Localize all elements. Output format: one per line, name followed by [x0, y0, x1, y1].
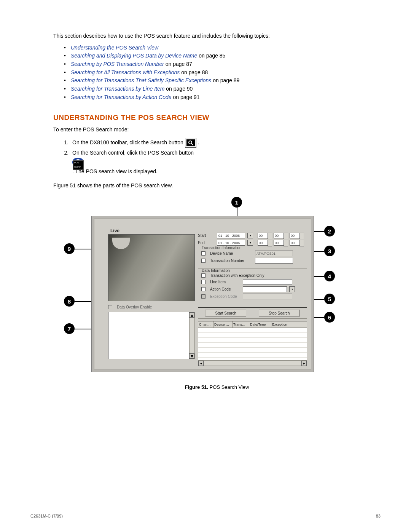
callout-6: 6	[324, 312, 335, 323]
table-row[interactable]	[198, 333, 307, 338]
line-item-row: Line Item	[201, 279, 304, 285]
search-buttons: Start Search Stop Search	[198, 307, 307, 319]
enter-mode-text: To enter the POS Search mode:	[53, 126, 381, 133]
topic-item: Searching for Transactions by Action Cod…	[64, 93, 381, 102]
topic-link[interactable]: Understanding the POS Search View	[71, 45, 158, 51]
topic-item: Searching and Displaying POS Data by Dev…	[64, 52, 381, 60]
step-text: On the Search control, click the POS Sea…	[72, 150, 194, 156]
checkbox-icon[interactable]	[201, 251, 206, 256]
end-date-field[interactable]: 01 - 10 - 2006	[217, 240, 245, 246]
col-datetime[interactable]: Date/Time	[249, 321, 271, 328]
table-row[interactable]	[198, 328, 307, 333]
intro-text: This section describes how to use the PO…	[53, 32, 381, 40]
table-row[interactable]	[198, 348, 307, 353]
video-preview	[108, 234, 195, 301]
pos-search-sublabel: POS search	[73, 160, 84, 170]
table-row[interactable]	[198, 343, 307, 348]
topic-item: Searching for Transactions by Line Item …	[64, 85, 381, 93]
start-ss[interactable]: 00	[290, 233, 300, 238]
scrollbar-horizontal[interactable]: ◂ ▸	[198, 360, 307, 366]
line-item-field[interactable]	[243, 279, 292, 285]
callout-1: 1	[231, 197, 242, 208]
topic-suffix: on page 85	[197, 53, 225, 59]
topic-link[interactable]: Searching for Transactions by Line Item	[71, 86, 164, 92]
results-grid: Chan… Device … Trans… Date/Time Exceptio…	[198, 321, 307, 366]
callout-7: 7	[64, 323, 75, 334]
overlay-label: Data Overlay Enable	[117, 305, 152, 309]
dropdown-icon[interactable]: ▾	[247, 240, 253, 246]
callout-8: 8	[64, 296, 75, 307]
end-row: End 01 - 10 - 2006 ▾ 00 00 00	[198, 240, 307, 246]
exception-only-label: Transaction with Exception Only	[210, 273, 264, 278]
right-panel: Start 01 - 10 - 2006 ▾ 00 00 00 End 01 -…	[198, 233, 307, 365]
end-mm[interactable]: 00	[274, 240, 284, 246]
checkbox-icon[interactable]	[201, 287, 206, 291]
topic-link[interactable]: Searching by POS Transaction Number	[71, 61, 164, 67]
end-label: End	[198, 241, 215, 245]
action-code-row: Action Code ▾	[201, 286, 304, 292]
dropdown-icon[interactable]: ▾	[247, 233, 253, 238]
start-date-field[interactable]: 01 - 10 - 2006	[217, 233, 245, 238]
start-search-button[interactable]: Start Search	[205, 310, 246, 316]
topic-item: Searching for All Transactions with Exce…	[64, 69, 381, 77]
step-item: On the DX8100 toolbar, click the Search …	[70, 137, 381, 148]
stop-search-button[interactable]: Stop Search	[259, 310, 300, 316]
figure-wrapper: 1 2 3 4 5 6 7 8 9 Live Data Overlay Enab…	[61, 197, 373, 380]
checkbox-icon[interactable]	[201, 273, 206, 278]
topic-suffix: on page 91	[172, 94, 200, 100]
scroll-up-icon[interactable]: ▴	[189, 312, 194, 318]
start-hh[interactable]: 00	[258, 233, 268, 238]
data-overlay-enable[interactable]: Data Overlay Enable	[108, 305, 152, 309]
topic-item: Understanding the POS Search View	[64, 44, 381, 52]
dropdown-icon[interactable]: ▾	[289, 286, 295, 292]
table-row[interactable]	[198, 353, 307, 358]
checkbox-icon[interactable]	[201, 280, 206, 284]
topic-item: Searching for Transactions That Satisfy …	[64, 77, 381, 85]
checkbox-icon[interactable]	[108, 305, 112, 309]
topic-link[interactable]: Searching for Transactions by Action Cod…	[71, 94, 172, 100]
scroll-left-icon[interactable]: ◂	[198, 361, 204, 366]
topic-link[interactable]: Searching and Displaying POS Data by Dev…	[71, 53, 197, 59]
transaction-number-field[interactable]	[255, 258, 293, 264]
document-page: This section describes how to use the PO…	[0, 0, 411, 532]
device-name-row: Device Name ATM/POS01	[201, 251, 304, 256]
page-number: 83	[376, 514, 381, 518]
end-hh[interactable]: 00	[258, 240, 268, 246]
figure-number: Figure 51.	[185, 384, 208, 390]
callout-5: 5	[324, 294, 335, 304]
steps-list: On the DX8100 toolbar, click the Search …	[70, 137, 381, 176]
col-trans[interactable]: Trans…	[233, 321, 249, 328]
topic-suffix: on page 87	[164, 61, 192, 67]
grid-header: Chan… Device … Trans… Date/Time Exceptio…	[198, 321, 307, 328]
magnifier-icon	[188, 140, 193, 145]
doc-id: C2631M-C (7/09)	[30, 514, 63, 518]
checkbox-icon[interactable]	[201, 259, 206, 263]
col-exception[interactable]: Exception	[271, 321, 307, 328]
start-mm[interactable]: 00	[274, 233, 284, 238]
exception-code-label: Exception Code	[210, 294, 241, 299]
topic-link[interactable]: Searching for Transactions That Satisfy …	[71, 77, 211, 83]
scrollbar-vertical[interactable]	[189, 312, 194, 359]
scroll-right-icon[interactable]: ▸	[301, 361, 307, 366]
device-name-field[interactable]: ATM/POS01	[255, 251, 293, 256]
col-channel[interactable]: Chan…	[198, 321, 213, 328]
figure-intro: Figure 51 shows the parts of the POS sea…	[53, 182, 381, 189]
exception-code-row: Exception Code	[201, 294, 304, 299]
topic-suffix: on page 89	[211, 77, 239, 83]
topic-list: Understanding the POS Search View Search…	[64, 44, 381, 102]
action-code-label: Action Code	[210, 287, 241, 291]
svg-point-0	[189, 141, 192, 144]
action-code-field[interactable]	[243, 286, 287, 292]
figure-title: POS Search View	[208, 384, 249, 390]
scroll-down-icon[interactable]: ▾	[189, 353, 194, 359]
transaction-number-label: Transaction Number	[210, 259, 253, 263]
callout-4: 4	[324, 271, 335, 281]
start-row: Start 01 - 10 - 2006 ▾ 00 00 00	[198, 233, 307, 238]
end-ss[interactable]: 00	[290, 240, 300, 246]
group-title: Transaction Information	[201, 246, 243, 250]
table-row[interactable]	[198, 338, 307, 343]
topic-link[interactable]: Searching for All Transactions with Exce…	[71, 69, 180, 75]
col-device[interactable]: Device …	[213, 321, 233, 328]
step-text: On the DX8100 toolbar, click the Search …	[72, 139, 183, 145]
exception-only-row: Transaction with Exception Only	[201, 273, 304, 278]
